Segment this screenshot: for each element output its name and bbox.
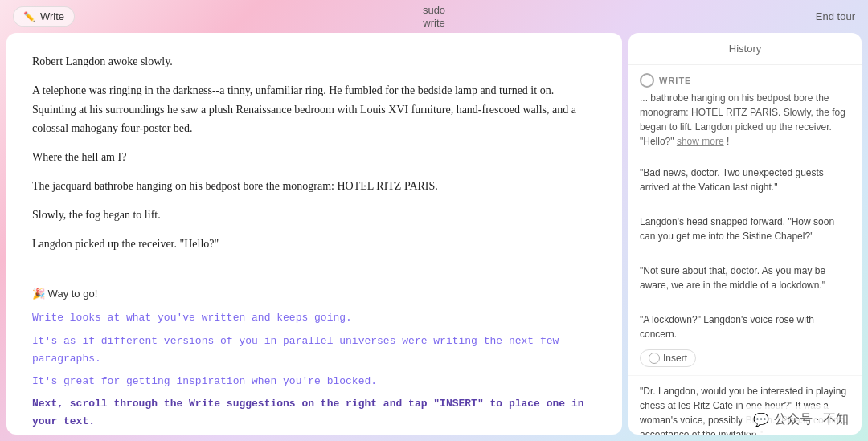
logo-line1: sudo	[423, 4, 445, 17]
main-content: Robert Langdon awoke slowly. A telephone…	[0, 33, 868, 441]
logo-line2: write	[423, 17, 445, 30]
quote-text-3: "Not sure about that, doctor. As you may…	[640, 263, 850, 292]
insert-button-1[interactable]: Insert	[640, 349, 696, 367]
history-quote-item-1: "Bad news, doctor. Two unexpected guests…	[628, 157, 862, 206]
tip-line-3: It's great for getting inspiration when …	[32, 373, 596, 390]
text-editor-panel[interactable]: Robert Langdon awoke slowly. A telephone…	[6, 33, 622, 435]
quote-text-2: Langdon's head snapped forward. "How soo…	[640, 214, 850, 243]
wechat-text: 公众号 · 不知	[774, 411, 849, 428]
quote-text-4: "A lockdown?" Langdon's voice rose with …	[640, 312, 850, 341]
history-header: History	[628, 33, 862, 65]
tip-line-4: Next, scroll through the Write suggestio…	[32, 395, 596, 431]
write-tag-icon	[640, 73, 654, 88]
paragraph-6: Langdon picked up the receiver. "Hello?"	[32, 235, 596, 254]
write-button-label: Write	[40, 10, 64, 22]
write-tag: WRITE	[640, 73, 850, 88]
tip-section: 🎉 Way to go! Write looks at what you've …	[32, 285, 596, 431]
show-more-link[interactable]: show more	[677, 136, 724, 147]
paragraph-5: Slowly, the fog began to lift.	[32, 206, 596, 225]
wechat-icon: 💬	[753, 412, 769, 427]
paragraph-3: Where the hell am I?	[32, 148, 596, 167]
quote-text-1: "Bad news, doctor. Two unexpected guests…	[640, 165, 850, 194]
history-quote-item-4: "A lockdown?" Langdon's voice rose with …	[628, 304, 862, 376]
logo-area: ✏️ Write	[13, 6, 75, 27]
sudo-write-logo: sudo write	[423, 4, 445, 29]
tip-line-1: Write looks at what you've written and k…	[32, 309, 596, 327]
header: ✏️ Write sudo write End tour	[0, 0, 868, 33]
write-preview-text: ... bathrobe hanging on his bedpost bore…	[640, 91, 850, 149]
end-tour-button[interactable]: End tour	[816, 10, 855, 22]
history-quote-item-2: Langdon's head snapped forward. "How soo…	[628, 206, 862, 255]
paragraph-4: The jacquard bathrobe hanging on his bed…	[32, 177, 596, 196]
history-quote-item-3: "Not sure about that, doctor. As you may…	[628, 255, 862, 304]
pencil-icon: ✏️	[23, 11, 35, 22]
insert-icon-1	[649, 353, 660, 364]
write-tag-label: WRITE	[659, 76, 691, 85]
history-write-item: WRITE ... bathrobe hanging on his bedpos…	[628, 65, 862, 157]
write-button[interactable]: ✏️ Write	[13, 6, 75, 27]
tip-line-2: It's as if different versions of you in …	[32, 333, 596, 368]
history-panel: History WRITE ... bathrobe hanging on hi…	[628, 33, 862, 435]
paragraph-2: A telephone was ringing in the darkness-…	[32, 81, 596, 138]
wechat-watermark: 💬 公众号 · 不知	[742, 406, 860, 433]
paragraph-1: Robert Langdon awoke slowly.	[32, 52, 596, 71]
insert-label-1: Insert	[663, 353, 687, 364]
tip-header: 🎉 Way to go!	[32, 285, 596, 303]
text-content: Robert Langdon awoke slowly. A telephone…	[32, 52, 596, 253]
